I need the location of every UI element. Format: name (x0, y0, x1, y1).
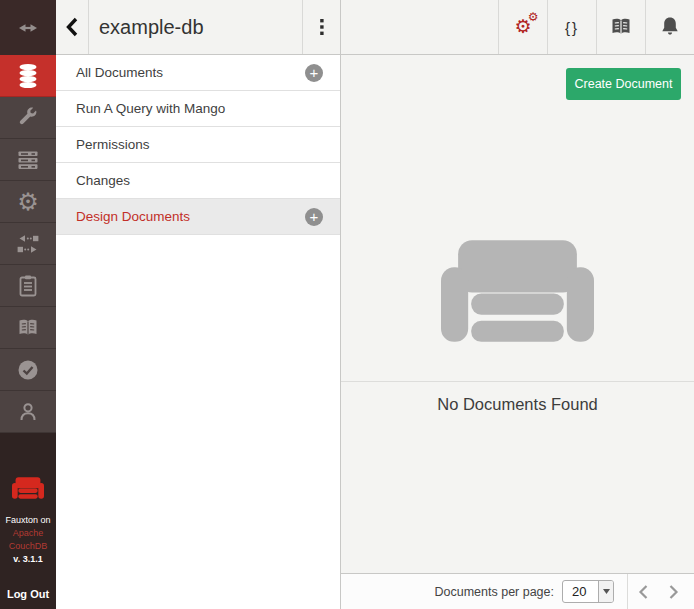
documentation-book-icon (16, 316, 40, 340)
rail-item-replication[interactable] (0, 223, 56, 265)
next-page-button[interactable] (658, 578, 688, 606)
wrench-icon (16, 106, 40, 130)
fauxton-version-text: Fauxton on Apache CouchDB v. 3.1.1 (5, 514, 50, 566)
chevron-left-icon (638, 584, 649, 600)
pagination-footer: Documents per page: 20 (341, 573, 694, 609)
database-icon (16, 63, 40, 89)
empty-couch-illustration (341, 240, 694, 342)
sidebar-item-label: Design Documents (76, 209, 305, 224)
primary-nav-rail: ⚙ (0, 0, 56, 609)
chevron-left-icon (65, 16, 79, 38)
settings-gears-icon: ⚙⚙ (514, 17, 531, 37)
clipboard-icon (16, 274, 40, 298)
sidebar-item-all-documents[interactable]: All Documents + (56, 55, 340, 91)
add-document-button[interactable]: + (305, 64, 323, 82)
active-tasks-bars-icon (16, 148, 40, 172)
branding-line: CouchDB (5, 540, 50, 553)
rail-item-account[interactable] (0, 391, 56, 433)
add-design-document-button[interactable]: + (305, 208, 323, 226)
kebab-menu-icon (319, 16, 325, 38)
sidebar-item-mango-query[interactable]: Run A Query with Mango (56, 91, 340, 127)
rail-item-documentation[interactable] (0, 307, 56, 349)
notifications-bell-icon (658, 15, 682, 39)
sidebar-item-permissions[interactable]: Permissions (56, 127, 340, 163)
database-options-button[interactable] (302, 0, 340, 54)
couch-icon (441, 240, 594, 342)
rail-item-setup[interactable] (0, 97, 56, 139)
sidebar-header: example-db (56, 0, 340, 55)
empty-state-divider (341, 381, 694, 382)
user-icon (16, 400, 40, 424)
replication-icon (16, 232, 40, 256)
chevron-right-icon (668, 584, 679, 600)
notifications-button[interactable] (645, 0, 694, 54)
database-sidebar: example-db All Documents + Run A Query w… (56, 0, 341, 609)
verify-check-icon (16, 358, 40, 382)
documentation-book-icon (609, 15, 633, 39)
json-view-button[interactable]: {} (547, 0, 596, 54)
select-dropdown-cap (598, 581, 613, 602)
branding-line: Fauxton on (5, 514, 50, 527)
rail-item-verify[interactable] (0, 349, 56, 391)
create-document-button[interactable]: Create Document (566, 68, 681, 100)
database-title: example-db (99, 16, 204, 39)
branding-line: Apache (5, 527, 50, 540)
fauxton-app: ⚙ (0, 0, 694, 609)
rail-item-active-tasks[interactable] (0, 139, 56, 181)
sidebar-item-label: Permissions (76, 137, 323, 152)
sidebar-item-changes[interactable]: Changes (56, 163, 340, 199)
gear-icon: ⚙ (17, 190, 39, 214)
horizontal-resize-arrow-icon (16, 16, 40, 40)
rail-item-clipboard[interactable] (0, 265, 56, 307)
database-settings-button[interactable]: ⚙⚙ (498, 0, 547, 54)
sidebar-item-design-documents[interactable]: Design Documents + (56, 199, 340, 235)
per-page-select[interactable]: 20 (562, 580, 614, 603)
main-header-bar: ⚙⚙ {} (341, 0, 694, 55)
collapse-rail-button[interactable] (0, 0, 56, 55)
couchdb-logo-icon (12, 477, 44, 499)
database-title-cell: example-db (89, 0, 302, 54)
documents-empty-state: Create Document No Documents Found (341, 55, 694, 573)
per-page-label: Documents per page: (434, 585, 554, 599)
sidebar-item-label: All Documents (76, 65, 305, 80)
rail-branding-area: Fauxton on Apache CouchDB v. 3.1.1 Log O… (0, 433, 56, 609)
chevron-down-icon (603, 589, 610, 594)
json-braces-icon: {} (565, 19, 579, 36)
back-button[interactable] (56, 0, 89, 54)
rail-item-configuration[interactable]: ⚙ (0, 181, 56, 223)
sidebar-item-label: Run A Query with Mango (76, 101, 323, 116)
rail-item-databases[interactable] (0, 55, 56, 97)
no-documents-message: No Documents Found (341, 395, 694, 414)
per-page-value: 20 (563, 581, 598, 602)
version-label: v. 3.1.1 (5, 553, 50, 566)
sidebar-item-label: Changes (76, 173, 323, 188)
logout-link[interactable]: Log Out (0, 588, 56, 600)
main-content-area: ⚙⚙ {} (341, 0, 694, 609)
previous-page-button[interactable] (628, 578, 658, 606)
documentation-button[interactable] (596, 0, 645, 54)
